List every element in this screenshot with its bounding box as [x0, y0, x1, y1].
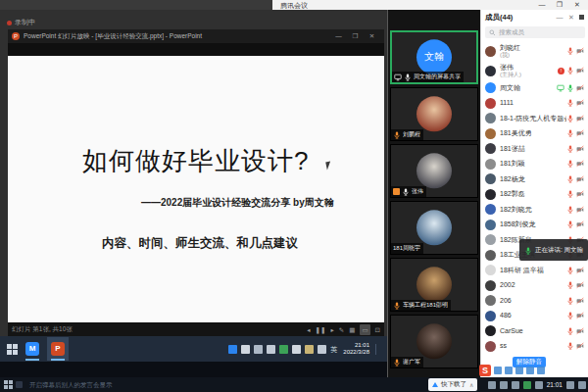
- mic-muted-icon: [566, 342, 574, 350]
- member-row[interactable]: 2002: [481, 278, 588, 294]
- tray-person-icon[interactable]: [488, 381, 496, 389]
- member-name-block: 18-1-防疫无人机专题会: [500, 115, 566, 122]
- member-name: 206: [500, 297, 566, 305]
- member-row[interactable]: 486: [481, 309, 588, 324]
- mic-muted-icon: [566, 47, 574, 55]
- camera-off-icon: [576, 220, 584, 228]
- panel-minimize-button[interactable]: —: [554, 14, 565, 21]
- tray-ime-icon[interactable]: [566, 381, 574, 389]
- meeting-window-controls: — ❐ ✕: [533, 0, 586, 10]
- mouse-cursor-icon: [325, 162, 332, 171]
- mic-muted-icon: [566, 115, 574, 122]
- member-status-icons: [557, 84, 584, 92]
- avatar: [485, 98, 496, 109]
- mic-muted-icon: [566, 160, 574, 168]
- member-name-block: 181张喆: [500, 145, 566, 153]
- chat-message-bubble[interactable]: 快下载了 ∧: [428, 378, 477, 391]
- tray-network-icon[interactable]: [535, 381, 543, 389]
- local-system-tray: 21:01: [488, 377, 586, 392]
- avatar: [485, 66, 496, 76]
- participant-name: 181周晓宇: [393, 244, 420, 253]
- ime-pen-icon[interactable]: [505, 367, 513, 374]
- member-row[interactable]: 张伟(主持人)!: [481, 61, 588, 80]
- start-button[interactable]: [4, 380, 13, 389]
- member-row[interactable]: ss: [481, 339, 588, 355]
- member-name: 刘晓红: [500, 44, 566, 52]
- slideshow-control-icon: ❚❚: [316, 324, 326, 335]
- member-name-block: 1858刘俊龙: [500, 220, 566, 228]
- slide-title: 如何做好毕业设计?: [82, 144, 309, 178]
- mic-muted-icon: [566, 206, 574, 214]
- video-tile[interactable]: 刘鹏程: [390, 87, 478, 141]
- member-name-block: 206: [500, 297, 566, 305]
- member-search-input[interactable]: 搜索成员: [485, 26, 585, 38]
- member-row[interactable]: 18-1-防疫无人机专题会: [481, 111, 588, 126]
- powerpoint-title: PowerPoint 幻灯片放映 - [毕业设计经验交流.pptx] - Pow…: [24, 32, 330, 41]
- mic-muted-icon: [393, 359, 401, 367]
- mic-muted-icon: [566, 99, 574, 107]
- slide-canvas: 如何做好毕业设计? ——2022届毕业设计经验交流分享 by周文翰 内容、时间、…: [8, 56, 384, 322]
- member-row[interactable]: 181刘颖: [481, 157, 588, 172]
- video-tile[interactable]: 181周晓宇: [390, 201, 478, 255]
- remote-system-tray: 英21:012022/3/28: [228, 336, 383, 362]
- video-tile[interactable]: 谢广军: [390, 315, 478, 368]
- member-row[interactable]: 182刘晓元: [481, 202, 588, 218]
- ime-settings-icon[interactable]: [537, 367, 545, 374]
- minimize-button[interactable]: —: [533, 0, 551, 10]
- member-panel: 成员(44) — ✕ 搜索成员 刘晓红(我)张伟(主持人)!周文翰111118-…: [480, 10, 588, 377]
- collapse-chevron-icon[interactable]: ∧: [469, 381, 473, 388]
- taskbar-app-icon[interactable]: [16, 381, 23, 388]
- alert-icon: !: [558, 68, 564, 74]
- ppt-close-icon: ✕: [364, 29, 380, 43]
- mic-on-icon: [566, 84, 574, 92]
- ime-mode-icon[interactable]: [494, 367, 502, 374]
- meeting-app-icon: M: [25, 342, 39, 356]
- close-button[interactable]: ✕: [568, 0, 586, 10]
- slideshow-statusbar: 幻灯片 第1张, 共10张 ◂❚❚▸✎▦▭⊡: [8, 323, 384, 336]
- member-row[interactable]: CarSue: [481, 323, 588, 339]
- remote-taskbar-meeting-app: M: [22, 337, 43, 361]
- member-row[interactable]: 206: [481, 293, 588, 309]
- avatar: [485, 250, 496, 261]
- member-row[interactable]: 周文翰: [481, 80, 588, 96]
- member-row[interactable]: 182郭磊: [481, 187, 588, 203]
- video-tile[interactable]: 文翰周文翰的屏幕共享: [390, 30, 478, 84]
- member-row[interactable]: 1858刘俊龙: [481, 218, 588, 233]
- member-row[interactable]: 18科研 温辛福: [481, 263, 588, 278]
- member-row[interactable]: 1111: [481, 96, 588, 112]
- tray-cloud-icon[interactable]: [512, 381, 519, 389]
- camera-off-icon: [576, 129, 584, 137]
- video-tile[interactable]: 车辆工程181邵明: [390, 258, 478, 312]
- maximize-button[interactable]: ❐: [551, 0, 568, 10]
- powerpoint-app-icon: P: [51, 342, 65, 356]
- member-role: (我): [500, 52, 566, 59]
- avatar: [485, 204, 496, 215]
- member-name: 1858刘俊龙: [500, 220, 566, 228]
- member-status-icons: [566, 342, 584, 350]
- camera-off-icon: [576, 206, 584, 214]
- shared-screen-view[interactable]: 录制中 P PowerPoint 幻灯片放映 - [毕业设计经验交流.pptx]…: [0, 10, 387, 377]
- tray-mic-icon[interactable]: [500, 381, 508, 389]
- video-tile[interactable]: 张伟: [390, 144, 478, 198]
- ime-mic-icon[interactable]: [515, 367, 523, 374]
- voice-icon: [254, 345, 263, 354]
- member-row[interactable]: 181张喆: [481, 141, 588, 157]
- member-panel-header: 成员(44) — ✕: [481, 10, 588, 24]
- avatar: [416, 153, 452, 188]
- member-status-icons: !: [558, 67, 584, 74]
- member-row[interactable]: 181吴优勇: [481, 126, 588, 142]
- slideshow-control-icon: ▦: [349, 324, 355, 335]
- tray-shield-icon[interactable]: [523, 381, 531, 389]
- member-name-block: 182杨龙: [500, 175, 566, 183]
- notification-center-icon[interactable]: [578, 381, 586, 389]
- panel-close-button[interactable]: ✕: [565, 14, 577, 22]
- member-row[interactable]: 刘晓红(我): [481, 41, 588, 61]
- tile-name-label: 张伟: [391, 186, 426, 197]
- avatar: [485, 234, 496, 245]
- member-list: 刘晓红(我)张伟(主持人)!周文翰111118-1-防疫无人机专题会181吴优勇…: [481, 41, 588, 377]
- panel-dock-icon[interactable]: [579, 15, 584, 20]
- ime-keyboard-icon[interactable]: [526, 367, 534, 374]
- sogou-input-icon[interactable]: S: [479, 365, 491, 376]
- network-icon: [267, 345, 275, 354]
- member-row[interactable]: 182杨龙: [481, 172, 588, 187]
